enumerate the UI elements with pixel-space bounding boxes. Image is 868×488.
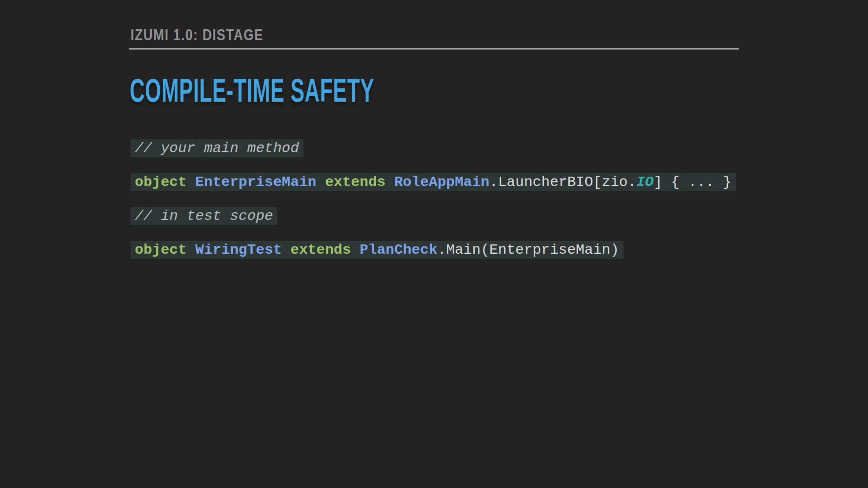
code-token: extends [290,242,351,258]
code-block: // your main methodobject EnterpriseMain… [131,139,736,275]
code-line: object EnterpriseMain extends RoleAppMai… [131,173,736,191]
code-chip: // your main method [131,139,303,157]
code-line: // in test scope [131,207,736,225]
slide-kicker: IZUMI 1.0: DISTAGE [131,26,264,44]
code-token: object [135,174,186,190]
code-token: PlanCheck [360,242,438,258]
code-token [351,242,359,258]
code-token [186,174,195,190]
slide-title: COMPILE-TIME SAFETY [130,71,374,110]
code-line: // your main method [131,139,736,157]
code-chip: // in test scope [131,207,277,225]
code-token [386,174,394,190]
code-token: // in test scope [135,208,273,224]
code-token: .LauncherBIO[zio. [490,174,637,190]
presentation-slide: IZUMI 1.0: DISTAGE COMPILE-TIME SAFETY /… [0,0,868,488]
code-token: // your main method [135,140,299,156]
code-token [186,242,195,258]
code-chip: object WiringTest extends PlanCheck.Main… [131,241,623,259]
code-token [316,174,325,190]
code-line: object WiringTest extends PlanCheck.Main… [131,241,736,259]
code-token: EnterpriseMain [195,174,317,190]
code-token: RoleAppMain [394,174,489,190]
code-token [282,242,290,258]
code-token: IO [636,174,654,190]
code-token: extends [325,174,386,190]
code-token: WiringTest [195,242,282,258]
header-divider [129,48,739,50]
code-token: object [135,242,186,258]
code-token: ] { ... } [654,174,732,190]
code-chip: object EnterpriseMain extends RoleAppMai… [131,173,736,191]
code-token: .Main(EnterpriseMain) [437,242,619,258]
